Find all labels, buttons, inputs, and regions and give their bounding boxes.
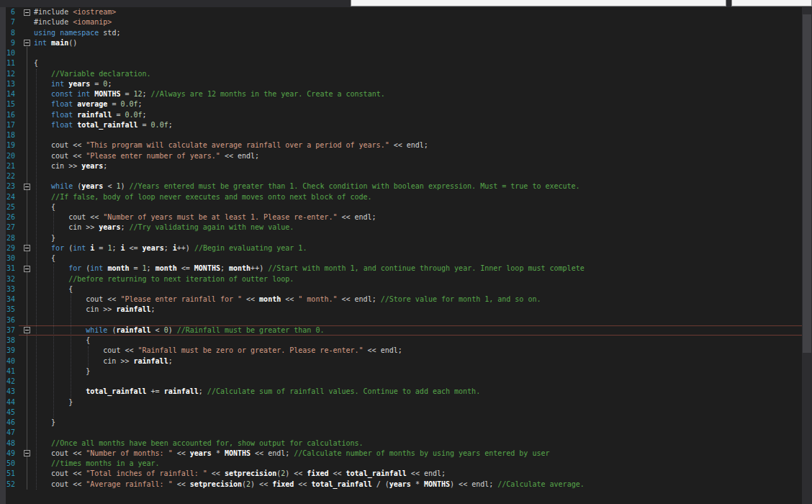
code-text[interactable]: float average = 0.0f; bbox=[34, 99, 802, 109]
code-line[interactable]: 37 while (rainfall < 0) //Rainfall must … bbox=[0, 325, 802, 336]
code-text[interactable]: //If false, body of loop never executes … bbox=[34, 192, 802, 202]
line-number[interactable]: 29 bbox=[0, 243, 19, 253]
code-text[interactable]: float total_rainfall = 0.0f; bbox=[34, 120, 802, 130]
code-line[interactable]: 47 bbox=[0, 428, 802, 438]
code-text[interactable]: cout << "Please enter rainfall for " << … bbox=[34, 294, 802, 305]
code-line[interactable]: 43 total_rainfall += rainfall; //Calcula… bbox=[0, 387, 802, 397]
line-number[interactable]: 11 bbox=[0, 58, 19, 68]
code-text[interactable]: total_rainfall += rainfall; //Calculate … bbox=[34, 387, 802, 397]
code-line[interactable]: 8using namespace std; bbox=[0, 28, 802, 38]
line-number[interactable]: 39 bbox=[0, 346, 19, 356]
code-text[interactable]: cin >> years; //Try validating again wit… bbox=[34, 222, 802, 233]
code-text[interactable]: cout << "Number of months: " << years * … bbox=[34, 449, 802, 459]
line-number[interactable]: 32 bbox=[0, 274, 19, 284]
line-number[interactable]: 52 bbox=[0, 480, 19, 490]
code-line[interactable]: 23 while (years < 1) //Years entered mus… bbox=[0, 181, 802, 192]
member-dropdown[interactable] bbox=[731, 0, 812, 6]
code-line[interactable]: 51 cout << "Total inches of rainfall: " … bbox=[0, 469, 802, 479]
code-line[interactable]: 31 for (int month = 1; month <= MONTHS; … bbox=[0, 264, 802, 274]
line-number[interactable]: 6 bbox=[0, 7, 19, 17]
code-text[interactable]: #include <iostream> bbox=[34, 7, 802, 17]
line-number[interactable]: 22 bbox=[0, 171, 19, 181]
code-text[interactable] bbox=[34, 428, 802, 438]
code-line[interactable]: 33 { bbox=[0, 284, 802, 294]
code-text[interactable]: cout << "Average rainfall: " << setpreci… bbox=[34, 480, 802, 490]
code-text[interactable]: while (years < 1) //Years entered must b… bbox=[34, 181, 802, 192]
line-number[interactable]: 30 bbox=[0, 253, 19, 264]
line-number[interactable]: 13 bbox=[0, 79, 19, 89]
fold-collapse-icon[interactable] bbox=[24, 245, 30, 251]
fold-collapse-icon[interactable] bbox=[24, 184, 30, 190]
line-number[interactable]: 40 bbox=[0, 356, 19, 366]
code-text[interactable]: cout << "Total inches of rainfall: " << … bbox=[34, 469, 802, 479]
code-line[interactable]: 24 //If false, body of loop never execut… bbox=[0, 192, 802, 202]
line-number[interactable]: 37 bbox=[0, 325, 19, 336]
code-text[interactable]: cout << "Please enter number of years." … bbox=[34, 151, 802, 161]
code-line[interactable]: 19 cout << "This program will calculate … bbox=[0, 140, 802, 150]
line-number[interactable]: 46 bbox=[0, 418, 19, 428]
line-number[interactable]: 38 bbox=[0, 336, 19, 346]
code-line[interactable]: 12 //Variable declaration. bbox=[0, 69, 802, 79]
code-line[interactable]: 20 cout << "Please enter number of years… bbox=[0, 151, 802, 161]
line-number[interactable]: 8 bbox=[0, 28, 19, 38]
code-line[interactable]: 9int main() bbox=[0, 38, 802, 48]
line-number[interactable]: 26 bbox=[0, 212, 19, 222]
code-text[interactable]: cout << "This program will calculate ave… bbox=[34, 140, 802, 150]
code-line[interactable]: 16 float rainfall = 0.0f; bbox=[0, 110, 802, 120]
code-text[interactable] bbox=[34, 48, 802, 58]
line-number[interactable]: 35 bbox=[0, 305, 19, 315]
code-line[interactable]: 39 cout << "Rainfall must be zero or gre… bbox=[0, 346, 802, 356]
line-number[interactable]: 28 bbox=[0, 233, 19, 243]
code-line[interactable]: 52 cout << "Average rainfall: " << setpr… bbox=[0, 480, 802, 490]
scope-dropdown[interactable] bbox=[351, 0, 726, 6]
line-number[interactable]: 45 bbox=[0, 408, 19, 418]
code-line[interactable]: 50 //times months in a year. bbox=[0, 459, 802, 469]
code-text[interactable] bbox=[34, 408, 802, 418]
fold-collapse-icon[interactable] bbox=[24, 40, 30, 46]
code-text[interactable]: //before returning to next iteration of … bbox=[34, 274, 802, 284]
fold-collapse-icon[interactable] bbox=[24, 450, 30, 456]
code-line[interactable]: 46 } bbox=[0, 418, 802, 428]
line-number[interactable]: 50 bbox=[0, 459, 19, 469]
code-line[interactable]: 35 cin >> rainfall; bbox=[0, 305, 802, 315]
fold-collapse-icon[interactable] bbox=[24, 266, 30, 272]
code-line[interactable]: 21 cin >> years; bbox=[0, 161, 802, 171]
code-line[interactable]: 17 float total_rainfall = 0.0f; bbox=[0, 120, 802, 130]
line-number[interactable]: 34 bbox=[0, 294, 19, 305]
code-line[interactable]: 45 bbox=[0, 408, 802, 418]
line-number[interactable]: 12 bbox=[0, 69, 19, 79]
code-line[interactable]: 30 { bbox=[0, 253, 802, 264]
line-number[interactable]: 33 bbox=[0, 284, 19, 294]
line-number[interactable]: 14 bbox=[0, 89, 19, 99]
code-line[interactable]: 38 { bbox=[0, 336, 802, 346]
code-line[interactable]: 44 } bbox=[0, 397, 802, 408]
code-text[interactable]: { bbox=[34, 202, 802, 212]
code-line[interactable]: 27 cin >> years; //Try validating again … bbox=[0, 222, 802, 233]
code-text[interactable]: } bbox=[34, 366, 802, 377]
line-number[interactable]: 10 bbox=[0, 48, 19, 58]
scrollbar-thumb[interactable] bbox=[803, 14, 811, 353]
code-line[interactable]: 40 cin >> rainfall; bbox=[0, 356, 802, 366]
line-number[interactable]: 49 bbox=[0, 449, 19, 459]
code-text[interactable]: { bbox=[34, 253, 802, 264]
line-number[interactable]: 41 bbox=[0, 366, 19, 377]
code-line[interactable]: 14 const int MONTHS = 12; //Always are 1… bbox=[0, 89, 802, 99]
line-number[interactable]: 9 bbox=[0, 38, 19, 48]
line-number[interactable]: 21 bbox=[0, 161, 19, 171]
code-text[interactable]: } bbox=[34, 418, 802, 428]
line-number[interactable]: 27 bbox=[0, 222, 19, 233]
code-text[interactable]: { bbox=[34, 336, 802, 346]
line-number[interactable]: 20 bbox=[0, 151, 19, 161]
line-number[interactable]: 17 bbox=[0, 120, 19, 130]
code-text[interactable]: { bbox=[34, 284, 802, 294]
code-line[interactable]: 25 { bbox=[0, 202, 802, 212]
code-text[interactable]: int years = 0; bbox=[34, 79, 802, 89]
line-number[interactable]: 19 bbox=[0, 140, 19, 150]
code-text[interactable]: float rainfall = 0.0f; bbox=[34, 110, 802, 120]
code-line[interactable]: 28 } bbox=[0, 233, 802, 243]
code-text[interactable]: const int MONTHS = 12; //Always are 12 m… bbox=[34, 89, 802, 99]
code-line[interactable]: 13 int years = 0; bbox=[0, 79, 802, 89]
code-text[interactable]: for (int i = 1; i <= years; i++) //Begin… bbox=[34, 243, 802, 253]
code-text[interactable]: using namespace std; bbox=[34, 28, 802, 38]
line-number[interactable]: 31 bbox=[0, 264, 19, 274]
